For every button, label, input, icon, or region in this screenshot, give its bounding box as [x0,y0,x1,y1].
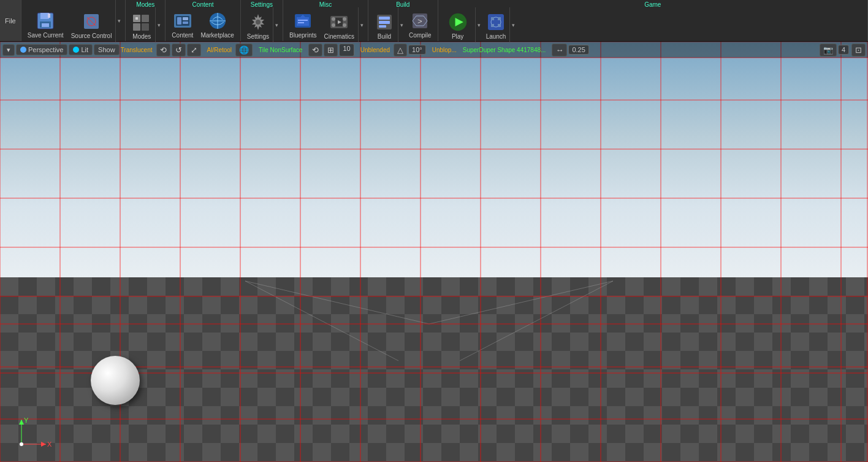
transform-icon-3[interactable]: ⤢ [187,44,201,56]
cinematics-dropdown[interactable]: ▾ [358,7,365,42]
svg-rect-46 [498,17,501,20]
viewport-dropdown-arrow[interactable]: ▾ [2,44,15,56]
lit-button[interactable]: Lit [69,44,93,55]
settings-section-label: Settings [251,1,273,8]
content-label: Content [172,32,193,39]
lit-dot [73,47,79,53]
launch-dropdown[interactable]: ▾ [509,7,517,42]
viewport-label-orange: Translucent [121,47,153,53]
play-button[interactable]: Play [441,7,475,42]
grid-icon-button[interactable]: ⊞ [324,44,338,56]
play-dropdown[interactable]: ▾ [475,7,482,42]
blueprints-button[interactable]: Blueprints [286,9,320,41]
game-section-label: Game [644,1,661,8]
svg-point-30 [343,17,346,21]
source-control-button[interactable]: Source Control [67,0,116,42]
camera-icon[interactable]: 📷 [820,44,837,56]
scale-icon-button[interactable]: ↔ [552,44,567,56]
source-control-label: Source Control [71,33,112,39]
save-current-button[interactable]: Save Current [24,0,67,41]
svg-rect-1 [40,13,49,19]
svg-point-28 [332,17,335,21]
content-section-label: Content [192,1,214,8]
viewport-label-retool: Al/Retool [207,47,232,53]
viewport-label-unblop: Unblop... [432,47,457,53]
content-button[interactable]: Content [168,9,197,41]
save-section: Save Current Source Control ▾ [21,0,126,41]
svg-rect-25 [298,20,308,21]
svg-rect-47 [491,24,494,27]
settings-dropdown[interactable]: ▾ [273,7,280,42]
svg-rect-37 [379,25,386,28]
settings-button[interactable]: Settings [243,7,273,42]
svg-rect-43 [488,14,504,30]
content-icon [173,11,192,31]
maximize-button[interactable]: ⊡ [851,44,866,56]
build-icon [375,12,394,32]
grid-reset-button[interactable]: ⟲ [308,44,322,56]
modes-section: Modes Modes ▾ [126,0,166,41]
show-button[interactable]: Show [94,44,120,55]
sphere-object [91,356,140,405]
content-section: Content Content [166,0,241,41]
compile-button[interactable]: > Compile [405,9,435,41]
svg-point-22 [256,20,261,25]
marketplace-button[interactable]: Marketplace [197,9,237,41]
misc-section-label: Misc [319,1,332,8]
modes-button[interactable]: Modes [128,7,155,42]
source-control-icon [82,12,101,31]
viewport-label-unblended: Unblended [360,47,390,53]
svg-point-29 [332,23,335,27]
grid-value[interactable]: 10 [339,44,354,56]
launch-label: Launch [486,33,506,40]
svg-rect-12 [135,17,138,20]
build-section-label: Build [396,1,409,8]
marketplace-icon [208,11,227,31]
perspective-label: Perspective [28,46,63,53]
modes-icon [132,12,151,32]
build-section: Build Build ▾ > [368,0,438,41]
viewport-sky [0,42,868,277]
svg-rect-10 [133,23,140,31]
launch-icon [486,12,506,32]
svg-rect-11 [142,23,149,31]
build-button[interactable]: Build [371,7,398,42]
file-menu-label: File [5,17,16,25]
svg-rect-35 [379,17,390,20]
svg-rect-36 [379,21,390,24]
show-label: Show [98,46,115,53]
save-current-label: Save Current [28,32,64,39]
svg-rect-16 [183,17,188,20]
transform-icon-2[interactable]: ↺ [172,44,186,56]
cinematics-button[interactable]: Cinematics [320,7,357,42]
svg-rect-17 [183,21,188,24]
launch-button[interactable]: Launch [482,7,510,42]
transform-icon-1[interactable]: ⟲ [156,44,170,56]
svg-rect-4 [48,13,50,18]
marketplace-label: Marketplace [200,32,234,39]
angle-icon-button[interactable]: △ [394,44,407,56]
perspective-button[interactable]: Perspective [16,44,67,55]
settings-label: Settings [247,33,269,40]
count-value: 4 [838,45,849,55]
play-label: Play [452,33,463,40]
viewport-label-nonsurf: Tile NonSurface [259,47,302,53]
blueprints-icon [293,11,313,31]
source-control-dropdown[interactable]: ▾ [115,0,123,42]
angle-value[interactable]: 10° [408,45,426,55]
settings-icon [248,12,268,32]
play-icon [448,11,468,33]
build-dropdown[interactable]: ▾ [398,7,405,42]
game-section: Game Play ▾ [438,0,868,41]
scale-value[interactable]: 0.25 [568,45,588,55]
viewport-toolbar: ▾ Perspective Lit Show Translucent ⟲ ↺ ⤢… [0,42,868,58]
compile-label: Compile [409,32,432,39]
file-menu[interactable]: File [0,0,21,41]
svg-rect-3 [42,23,49,27]
main-toolbar: File Save Current [0,0,868,42]
globe-button[interactable]: 🌐 [235,44,253,56]
modes-dropdown[interactable]: ▾ [155,7,162,42]
viewport[interactable]: ▾ Perspective Lit Show Translucent ⟲ ↺ ⤢… [0,42,868,462]
compile-icon: > [410,11,430,31]
svg-rect-48 [498,24,501,27]
